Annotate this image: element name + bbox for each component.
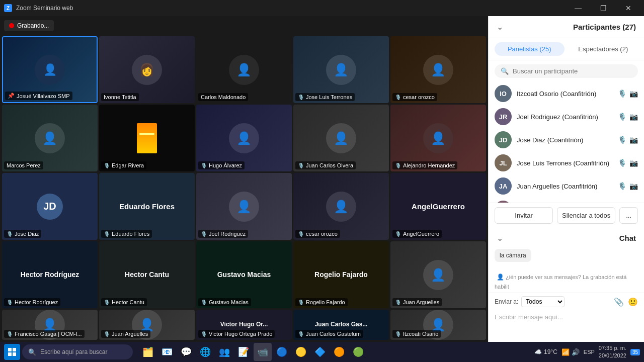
taskbar-search-text: Escribe aquí para buscar — [40, 348, 107, 355]
participant-name: Marcos Perez — [7, 162, 41, 168]
start-button[interactable] — [4, 344, 20, 360]
taskbar-app-powerpoint[interactable]: 🟠 — [330, 343, 348, 361]
network-icon[interactable]: 📶 — [561, 348, 570, 356]
video-cell[interactable]: 👤 📌 Josué Villalvazo SMP — [2, 36, 98, 103]
chat-message-area: la cámara — [489, 246, 644, 271]
taskbar-search-bar[interactable]: 🔍 Escribe aquí para buscar — [22, 344, 133, 359]
video-cell[interactable]: 👤 🎙️ Juan Carlos Olvera — [293, 105, 389, 171]
list-item[interactable]: JL Jose Luis Terrones (Coanfitrión) 🎙️ 📷 — [489, 151, 644, 174]
list-item[interactable]: JA Juan Arguelles (Coanfitrión) 🎙️ 📷 — [489, 198, 644, 203]
participant-label: Ivonne Tetitla — [101, 93, 139, 101]
video-cell[interactable]: 👤 🎙️ Juan Arguelles — [390, 241, 486, 308]
minimize-button[interactable]: — — [567, 0, 590, 16]
list-item[interactable]: JA Juan Arguelles (Coanfitrión) 🎙️ 📷 — [489, 174, 644, 198]
video-cell[interactable]: Hector Rodríguez 🎙️ Hector Rodríguez — [2, 241, 98, 308]
video-cell[interactable]: Juan Carlos Gas... 🎙️ Juan Carlos Gastel… — [293, 310, 389, 340]
send-to-select[interactable]: Todos Panelistas — [521, 296, 565, 307]
video-cell[interactable]: JD 🎙️ Jose Diaz — [2, 173, 98, 240]
language-indicator: ESP — [584, 349, 595, 355]
search-icon: 🔍 — [501, 67, 509, 75]
participant-name: Carlos Maldonado — [201, 94, 246, 100]
close-button[interactable]: ✕ — [617, 0, 640, 16]
video-cell[interactable]: Eduardo Flores 🎙️ Eduardo Flores — [99, 173, 195, 240]
taskbar-app-teams[interactable]: 👥 — [215, 343, 233, 361]
emoji-icon[interactable]: 🙂 — [628, 297, 638, 307]
video-cell[interactable]: 🎙️ Edgar Rivera — [99, 105, 195, 171]
svg-rect-2 — [8, 352, 12, 356]
video-off-icon: 📷 — [629, 89, 638, 98]
participant-name: Joel Rodriguez — [209, 231, 246, 237]
participant-name: Eduardo Flores — [112, 231, 149, 237]
video-grid: 👤 📌 Josué Villalvazo SMP 👩 Ivonne Tetitl… — [2, 18, 486, 340]
avatar: JR — [495, 108, 512, 125]
collapse-participants-button[interactable]: ⌄ — [497, 22, 503, 32]
video-cell[interactable]: 👤 🎙️ Hugo Álvarez — [196, 105, 292, 171]
taskbar-app-app1[interactable]: 🔵 — [273, 343, 291, 361]
who-can-see-icon: 👤 — [497, 274, 504, 281]
video-cell[interactable]: AngelGuerrero 🎙️ AngelGuerrero — [390, 173, 486, 240]
video-cell[interactable]: 👩 Ivonne Tetitla — [99, 36, 195, 103]
right-panel: ⌄ Participantes (27) Panelistas (25) Esp… — [488, 16, 644, 342]
mute-all-button[interactable]: Silenciar a todos — [557, 207, 615, 224]
video-cell[interactable]: 👤 🎙️ Jose Luis Terrones — [293, 36, 389, 103]
participant-label: 🎙️ Jose Luis Terrones — [295, 93, 355, 101]
taskbar-app-illustrator[interactable]: 🟡 — [292, 343, 310, 361]
video-cell[interactable]: 👤 🎙️ Francisco Gasga | OCM-I... — [2, 310, 98, 340]
participant-icons: 🎙️ 📷 — [618, 113, 638, 121]
video-cell[interactable]: 👤 Carlos Maldonado — [196, 36, 292, 103]
taskbar-right: ☁️ 19°C 📶 🔊 ESP 07:35 p. m. 20/01/2022 3… — [534, 344, 640, 360]
restore-button[interactable]: ❐ — [592, 0, 615, 16]
search-input[interactable] — [513, 67, 632, 75]
taskbar-app-excel[interactable]: 🟢 — [349, 343, 367, 361]
list-item[interactable]: IO Itzcoatl Osorio (Coanfitrión) 🎙️ 📷 — [489, 82, 644, 105]
taskbar-apps: 🗂️ 📧 💬 🌐 👥 📝 📹 🔵 🟡 🔷 🟠 🟢 — [139, 343, 367, 361]
video-cell[interactable]: Victor Hugo Or... 🎙️ Victor Hugo Ortega … — [196, 310, 292, 340]
weather-icon: ☁️ — [534, 348, 542, 355]
notification-badge[interactable]: 35 — [630, 349, 640, 355]
attach-icon[interactable]: 📎 — [614, 297, 624, 307]
video-cell[interactable]: Rogelio Fajardo 🎙️ Rogelio Fajardo — [293, 241, 389, 308]
taskbar-app-sticky[interactable]: 📝 — [234, 343, 253, 361]
video-cell[interactable]: 👤 🎙️ cesar orozco — [293, 173, 389, 240]
video-cell[interactable]: 👤 🎙️ Alejandro Hernandez — [390, 105, 486, 171]
collapse-chat-button[interactable]: ⌄ — [497, 233, 503, 243]
participant-label: Marcos Perez — [4, 161, 43, 169]
tab-panelists[interactable]: Panelistas (25) — [495, 42, 565, 56]
taskbar-app-whatsapp[interactable]: 💬 — [177, 343, 195, 361]
participant-name: Francisco Gasga | OCM-I... — [15, 331, 82, 337]
video-cell[interactable]: Gustavo Macias 🎙️ Gustavo Macias — [196, 241, 292, 308]
participant-name: Hector Rodríguez — [15, 299, 58, 305]
list-item[interactable]: JD Jose Diaz (Coanfitrión) 🎙️ 📷 — [489, 128, 644, 151]
participant-label: 🎙️ Joel Rodriguez — [198, 230, 248, 238]
participant-label: 🎙️ Hector Rodríguez — [4, 298, 60, 306]
taskbar-app-photoshop[interactable]: 🔷 — [311, 343, 329, 361]
participant-label: 🎙️ Rogelio Fajardo — [295, 298, 348, 306]
participant-name: AngelGuerrero — [403, 231, 439, 237]
mute-icon: 🎙️ — [618, 159, 626, 167]
video-cell[interactable]: 👤 Marcos Perez — [2, 105, 98, 171]
recording-badge: Grabando... — [4, 20, 54, 31]
video-cell[interactable]: 👤 🎙️ Itzcoati Osario — [390, 310, 486, 340]
taskbar-app-zoom[interactable]: 📹 — [254, 343, 272, 361]
video-off-icon: 📷 — [629, 113, 638, 121]
chat-bubble: la cámara — [495, 249, 531, 262]
tab-audience[interactable]: Espectadores (2) — [569, 42, 638, 56]
video-cell[interactable]: Hector Cantu 🎙️ Hector Cantu — [99, 241, 195, 308]
taskbar-app-explorer[interactable]: 🗂️ — [139, 343, 157, 361]
video-cell[interactable]: 👤 🎙️ cesar orozco — [390, 36, 486, 103]
video-cell[interactable]: 👤 🎙️ Juan Arguelles — [99, 310, 195, 340]
taskbar-app-chrome[interactable]: 🌐 — [196, 343, 214, 361]
participant-label: 🎙️ Francisco Gasga | OCM-I... — [4, 330, 85, 338]
chat-notice-area: 👤 ¿ién puede ver sus mensajes? La grabac… — [489, 271, 644, 293]
more-button[interactable]: ... — [619, 207, 638, 224]
volume-icon[interactable]: 🔊 — [572, 348, 580, 356]
video-cell[interactable]: 👤 🎙️ Joel Rodriguez — [196, 173, 292, 240]
chat-input[interactable] — [495, 313, 638, 321]
participant-label: 🎙️ Hector Cantu — [101, 298, 147, 306]
list-item[interactable]: JR Joel Rodriguez (Coanfitrión) 🎙️ 📷 — [489, 105, 644, 128]
participant-name: Juan Carlos Olvera — [306, 162, 353, 168]
participant-name: Victor Hugo Ortega Prado — [209, 331, 272, 337]
taskbar-app-outlook[interactable]: 📧 — [158, 343, 176, 361]
invite-button[interactable]: Invitar — [495, 207, 553, 224]
participant-label: 🎙️ Hugo Álvarez — [198, 161, 245, 169]
